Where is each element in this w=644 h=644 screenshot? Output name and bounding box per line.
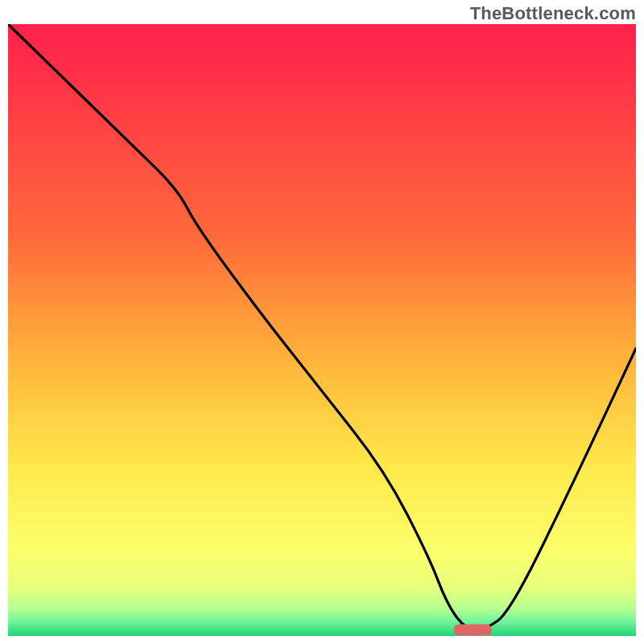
optimal-marker [454,624,492,635]
chart-container: TheBottleneck.com [0,0,644,644]
plot-svg [8,24,636,636]
plot-area [8,24,636,636]
watermark-text: TheBottleneck.com [470,3,636,24]
